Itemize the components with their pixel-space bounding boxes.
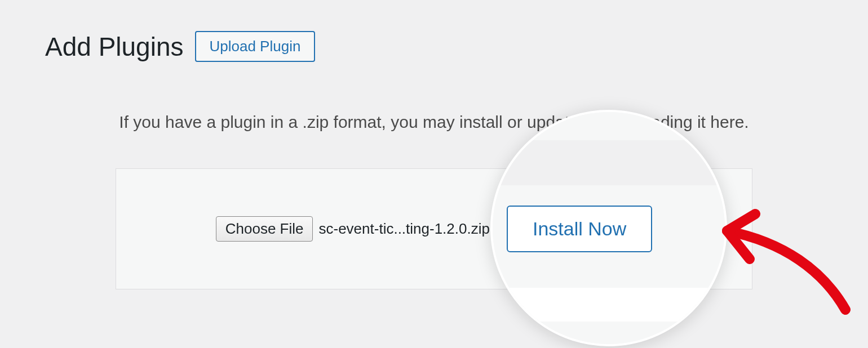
upload-panel: Choose File sc-event-tic...ting-1.2.0.zi… [116, 168, 752, 289]
file-picker: Choose File sc-event-tic...ting-1.2.0.zi… [216, 216, 490, 242]
page-header: Add Plugins Upload Plugin [45, 31, 823, 62]
upload-instructions: If you have a plugin in a .zip format, y… [45, 113, 823, 132]
install-now-button[interactable]: Install Now [507, 206, 652, 252]
selected-file-name: sc-event-tic...ting-1.2.0.zip [318, 220, 489, 238]
page-title: Add Plugins [45, 32, 184, 62]
upload-plugin-button[interactable]: Upload Plugin [195, 31, 316, 62]
choose-file-button[interactable]: Choose File [216, 216, 313, 242]
add-plugins-page: Add Plugins Upload Plugin If you have a … [0, 0, 868, 320]
